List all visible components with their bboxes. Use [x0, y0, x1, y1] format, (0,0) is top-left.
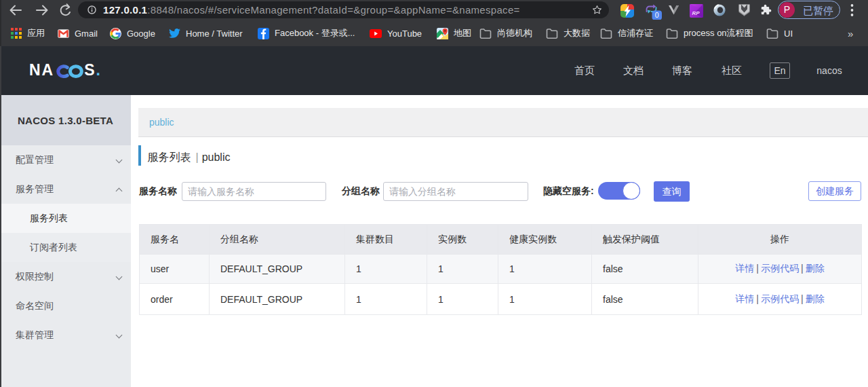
svg-text:RP: RP: [692, 10, 700, 16]
svg-text:0: 0: [655, 11, 659, 19]
